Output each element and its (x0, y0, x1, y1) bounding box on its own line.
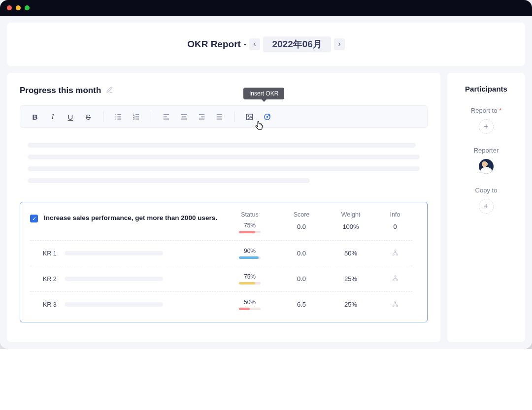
kr-title-placeholder (65, 251, 163, 255)
align-left-icon (162, 113, 170, 121)
month-selector[interactable]: 2022年06月 (263, 36, 331, 52)
italic-button[interactable]: I (45, 110, 61, 124)
align-right-icon (198, 113, 206, 121)
strikethrough-button[interactable]: S (80, 110, 96, 124)
kr-status-pct: 90% (225, 248, 274, 254)
insert-okr-button[interactable] (259, 110, 275, 124)
svg-point-38 (396, 305, 398, 306)
target-plus-icon (263, 113, 271, 121)
svg-point-27 (266, 116, 268, 118)
col-header-info: Info (378, 211, 412, 218)
window-minimize-dot[interactable] (16, 5, 21, 10)
okr-block[interactable]: ✓ Increase sales performance, get more t… (20, 202, 428, 322)
svg-point-3 (115, 114, 116, 115)
align-left-button[interactable] (158, 110, 174, 124)
align-justify-button[interactable] (211, 110, 227, 124)
info-tree-icon (392, 275, 399, 282)
kr-row: KR 190%0.050% (30, 240, 412, 266)
add-copy-to-button[interactable]: + (479, 199, 494, 214)
col-header-score: Score (279, 211, 324, 218)
kr-weight: 50% (329, 250, 373, 257)
kr-status-bar (239, 308, 261, 310)
image-icon (245, 113, 254, 121)
kr-status-bar (239, 282, 261, 284)
align-justify-icon (215, 113, 224, 121)
kr-title-placeholder (65, 302, 163, 307)
kr-title-placeholder (65, 277, 163, 281)
skeleton-line (28, 166, 420, 171)
align-center-button[interactable] (176, 110, 192, 124)
kr-weight: 25% (329, 301, 373, 308)
reporter-avatar[interactable] (479, 159, 494, 174)
kr-status-pct: 50% (225, 299, 274, 306)
chevron-left-icon (252, 41, 258, 47)
kr-label: KR 1 (43, 250, 57, 257)
numbered-list-icon: 123 (132, 113, 140, 121)
kr-score: 6.5 (279, 301, 324, 308)
svg-point-37 (393, 305, 394, 306)
prev-month-button[interactable] (249, 38, 260, 50)
participants-title: Participants (455, 85, 517, 93)
svg-point-32 (396, 253, 398, 255)
kr-info-button[interactable] (378, 300, 412, 309)
objective-info: 0 (378, 223, 412, 230)
kr-label: KR 2 (43, 276, 57, 283)
svg-point-33 (395, 275, 396, 277)
objective-status-bar (239, 231, 261, 233)
align-center-icon (180, 113, 188, 121)
add-report-to-button[interactable]: + (479, 119, 494, 134)
app-window: OKR Report - 2022年06月 Progress this mont… (0, 0, 532, 349)
toolbar-separator (151, 111, 151, 122)
edit-title-button[interactable] (106, 86, 113, 95)
pencil-icon (106, 86, 113, 94)
objective-checkbox[interactable]: ✓ (30, 215, 38, 222)
svg-text:3: 3 (133, 118, 134, 120)
skeleton-line (28, 155, 420, 159)
align-right-button[interactable] (194, 110, 209, 124)
kr-score: 0.0 (279, 250, 324, 257)
underline-button[interactable]: U (63, 110, 78, 124)
objective-weight: 100% (329, 223, 373, 230)
objective-score: 0.0 (279, 223, 324, 230)
editor-toolbar: B I U S 123 (20, 105, 428, 128)
skeleton-line (28, 143, 416, 148)
numbered-list-button[interactable]: 123 (128, 110, 144, 124)
kr-row: KR 275%0.025% (30, 266, 412, 291)
copy-to-label: Copy to (455, 187, 517, 194)
kr-label: KR 3 (43, 301, 57, 308)
svg-point-30 (395, 250, 396, 251)
info-tree-icon (392, 300, 399, 308)
tooltip-insert-okr: Insert OKR (243, 88, 284, 99)
bold-button[interactable]: B (27, 110, 43, 124)
kr-info-button[interactable] (378, 249, 412, 258)
svg-point-31 (393, 253, 394, 255)
info-tree-icon (392, 249, 399, 256)
window-titlebar (0, 0, 532, 16)
participants-panel: Participants Report to * + Reporter Copy… (447, 73, 525, 342)
objective-title: Increase sales performance, get more tha… (44, 214, 217, 221)
section-title: Progress this month (20, 86, 101, 95)
progress-editor-card: Progress this month Insert OKR B I U S (7, 73, 440, 342)
toolbar-separator (103, 111, 103, 122)
next-month-button[interactable] (334, 38, 345, 50)
col-header-status: Status (225, 211, 274, 218)
kr-status-bar (239, 256, 261, 259)
report-header: OKR Report - 2022年06月 (7, 23, 525, 66)
reporter-label: Reporter (455, 147, 517, 154)
kr-row: KR 350%6.525% (30, 291, 412, 317)
report-to-label: Report to * (455, 107, 517, 114)
skeleton-line (28, 178, 310, 183)
objective-status-pct: 75% (225, 222, 274, 229)
kr-weight: 25% (329, 275, 373, 283)
bullet-list-button[interactable] (110, 110, 126, 124)
insert-image-button[interactable] (241, 110, 257, 124)
report-title-prefix: OKR Report - (187, 39, 246, 50)
kr-score: 0.0 (279, 275, 324, 283)
window-zoom-dot[interactable] (25, 5, 30, 10)
svg-point-5 (115, 118, 116, 119)
editor-content-placeholder[interactable] (20, 128, 428, 202)
svg-point-4 (115, 116, 116, 117)
chevron-right-icon (336, 41, 342, 47)
window-close-dot[interactable] (7, 5, 12, 10)
kr-info-button[interactable] (378, 275, 412, 284)
